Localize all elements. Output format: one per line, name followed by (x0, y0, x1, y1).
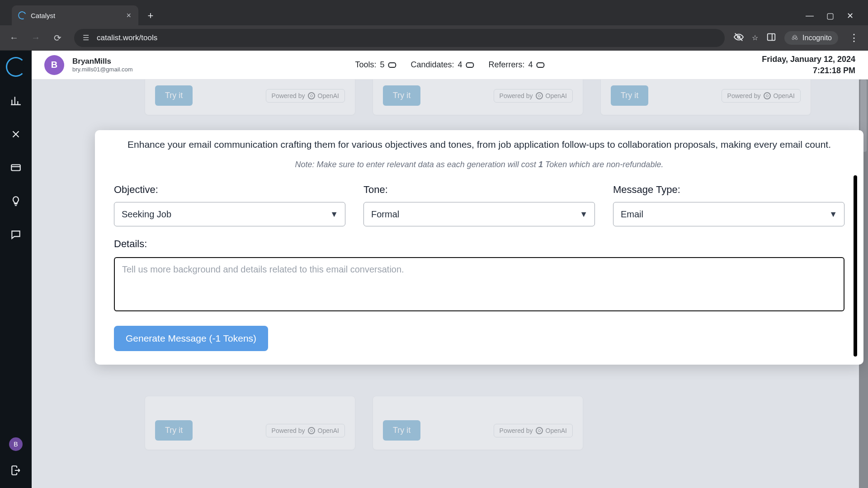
details-textarea[interactable] (114, 257, 844, 311)
header-date: Friday, January 12, 2024 (762, 54, 855, 65)
stat-referrers: Referrers: 4 (489, 60, 545, 70)
message-type-label: Message Type: (613, 184, 844, 196)
stat-value: 4 (528, 60, 533, 70)
side-panel-icon[interactable] (766, 32, 776, 44)
tab-favicon (17, 10, 27, 20)
chat-icon[interactable] (6, 225, 25, 244)
coin-icon (466, 62, 474, 68)
window-controls: — ▢ ✕ (806, 11, 863, 25)
note-token-count: 1 (538, 160, 543, 169)
note-post: Token which are non-refundable. (543, 160, 664, 169)
sidebar-avatar[interactable]: B (9, 437, 23, 451)
objective-select[interactable]: Seeking Job (114, 202, 345, 226)
svg-rect-4 (11, 165, 20, 171)
email-generator-modal: Enhance your email communication craftin… (95, 130, 863, 365)
modal-subtitle: Enhance your email communication craftin… (118, 137, 841, 152)
analytics-icon[interactable] (6, 91, 25, 110)
tone-label: Tone: (363, 184, 595, 196)
new-tab-button[interactable]: + (143, 8, 158, 23)
browser-tab[interactable]: Catalyst × (12, 5, 138, 25)
maximize-icon[interactable]: ▢ (826, 11, 834, 21)
tools-icon[interactable] (6, 125, 25, 144)
objective-label: Objective: (114, 184, 345, 196)
objective-field: Objective: Seeking Job ▼ (114, 184, 345, 226)
address-bar: ← → ⟳ ☰ catalist.work/tools ☆ Incognito … (0, 25, 868, 51)
reload-icon[interactable]: ⟳ (50, 30, 65, 46)
tone-field: Tone: Formal ▼ (363, 184, 595, 226)
eye-off-icon[interactable] (734, 32, 744, 44)
stat-value: 5 (380, 60, 384, 70)
message-type-field: Message Type: Email ▼ (613, 184, 844, 226)
svg-rect-2 (768, 33, 775, 40)
coin-icon (537, 62, 545, 68)
app-header: B BryanMills bry.mills01@gmail.com Tools… (32, 51, 868, 80)
details-field: Details: (114, 238, 844, 313)
back-icon[interactable]: ← (6, 30, 22, 46)
modal-scrollbar[interactable] (854, 175, 857, 357)
message-type-select[interactable]: Email (613, 202, 844, 226)
user-name: BryanMills (72, 57, 133, 66)
omnibox[interactable]: ☰ catalist.work/tools (74, 29, 725, 47)
close-icon[interactable]: × (126, 11, 131, 19)
user-avatar[interactable]: B (44, 55, 64, 75)
forward-icon: → (28, 30, 43, 46)
stat-label: Tools: (355, 60, 376, 70)
header-time: 7:21:18 PM (762, 65, 855, 76)
stat-label: Candidates: (410, 60, 454, 70)
details-label: Details: (114, 238, 147, 249)
minimize-icon[interactable]: — (806, 11, 814, 21)
modal-note: Note: Make sure to enter relevant data a… (114, 160, 844, 169)
app-root: B B BryanMills bry.mills01@gmail.com Too… (0, 51, 868, 488)
sidebar-avatar-initial: B (14, 441, 18, 448)
tone-select[interactable]: Formal (363, 202, 595, 226)
coin-icon (388, 62, 396, 68)
stat-value: 4 (458, 60, 462, 70)
browser-menu-icon[interactable]: ⋮ (846, 32, 862, 44)
incognito-icon (791, 34, 799, 42)
header-datetime: Friday, January 12, 2024 7:21:18 PM (762, 54, 855, 76)
note-pre: Note: Make sure to enter relevant data a… (295, 160, 538, 169)
app-main: B BryanMills bry.mills01@gmail.com Tools… (32, 51, 868, 488)
browser-window: Catalyst × + — ▢ ✕ ← → ⟳ ☰ catalist.work… (0, 0, 868, 488)
billing-icon[interactable] (6, 158, 25, 177)
incognito-indicator[interactable]: Incognito (784, 31, 838, 45)
ideas-icon[interactable] (6, 192, 25, 211)
stat-tools: Tools: 5 (355, 60, 396, 70)
app-sidebar: B (0, 51, 32, 488)
close-window-icon[interactable]: ✕ (847, 11, 854, 21)
app-logo-icon[interactable] (6, 57, 26, 77)
generate-message-button[interactable]: Generate Message (-1 Tokens) (114, 326, 268, 351)
stat-label: Referrers: (489, 60, 525, 70)
url-text: catalist.work/tools (97, 33, 157, 42)
avatar-initial: B (51, 60, 57, 70)
bookmark-star-icon[interactable]: ☆ (752, 33, 758, 42)
logout-icon[interactable] (6, 461, 25, 480)
incognito-label: Incognito (802, 34, 832, 42)
user-block: BryanMills bry.mills01@gmail.com (72, 57, 133, 73)
user-email: bry.mills01@gmail.com (72, 66, 133, 73)
header-stats: Tools: 5 Candidates: 4 Referrers: 4 (355, 60, 544, 70)
tab-strip: Catalyst × + — ▢ ✕ (0, 0, 868, 25)
tab-title: Catalyst (31, 12, 55, 19)
site-settings-icon[interactable]: ☰ (81, 33, 90, 42)
content-area: candidate's professional journey at a gl… (32, 80, 868, 488)
stat-candidates: Candidates: 4 (410, 60, 474, 70)
